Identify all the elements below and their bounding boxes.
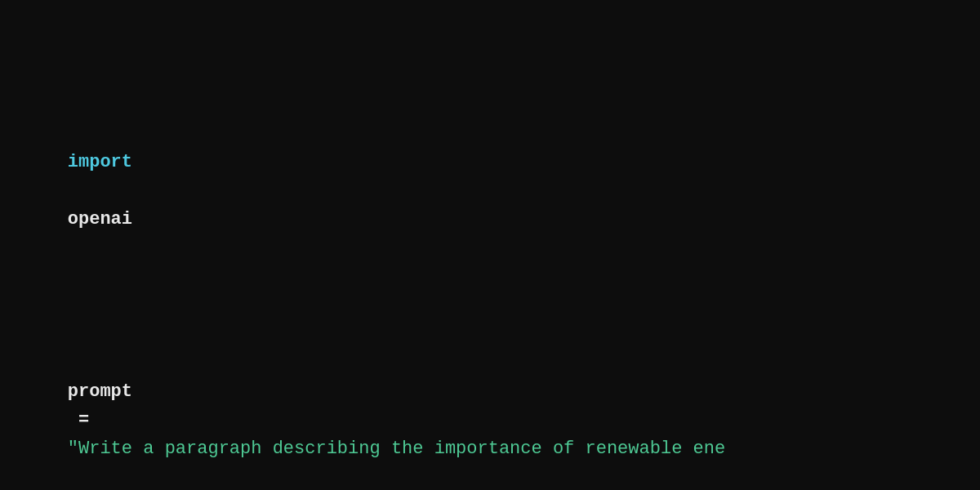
assign-op: = bbox=[68, 410, 100, 430]
var-prompt: prompt bbox=[68, 381, 132, 402]
line-3: prompt = "Write a paragraph describing t… bbox=[24, 349, 956, 377]
prompt-string: "Write a paragraph describing the import… bbox=[68, 439, 725, 459]
module-name bbox=[68, 180, 78, 201]
line-1: import openai bbox=[24, 119, 956, 148]
line-2-empty bbox=[24, 234, 956, 262]
module-openai: openai bbox=[68, 209, 132, 229]
code-block: import openai prompt = "Write a paragrap… bbox=[0, 0, 980, 490]
line-4-empty bbox=[24, 463, 956, 490]
keyword-import: import bbox=[68, 152, 132, 172]
